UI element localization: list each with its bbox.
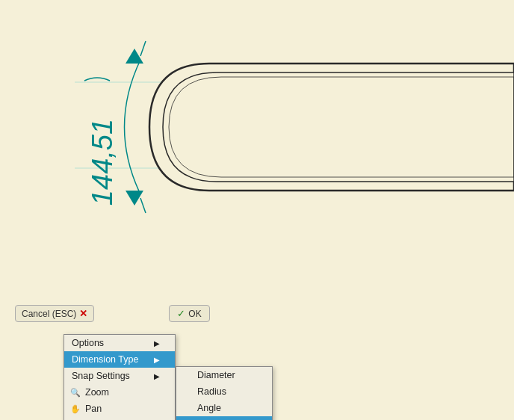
angle-label: Angle [197, 403, 221, 413]
menu-item-previous-view[interactable]: ↩ Previous View F5 [64, 417, 175, 420]
pan-label: Pan [85, 404, 102, 414]
cancel-button[interactable]: Cancel (ESC) ✕ [15, 305, 94, 322]
menu-item-options[interactable]: Options ▶ [64, 335, 175, 351]
cancel-x-icon: ✕ [79, 308, 87, 319]
submenu-item-radius[interactable]: Radius [176, 383, 272, 400]
drawing-canvas: 144,51 [0, 0, 514, 299]
ok-button[interactable]: ✓ OK [169, 305, 209, 322]
cancel-label: Cancel (ESC) [22, 309, 76, 319]
options-label: Options [72, 338, 104, 348]
dimension-type-arrow-icon: ▶ [154, 356, 160, 364]
pan-icon: ✋ [70, 404, 81, 414]
menu-item-dimension-type[interactable]: Dimension Type ▶ Diameter Radius Angle ✓… [64, 351, 175, 368]
ok-label: OK [188, 309, 201, 319]
svg-line-3 [140, 41, 146, 56]
snap-settings-label: Snap Settings [72, 371, 130, 381]
menu-item-snap-settings[interactable]: Snap Settings ▶ [64, 368, 175, 384]
submenu-item-arc-length[interactable]: ✓ Arc Length [176, 416, 272, 420]
submenu-item-angle[interactable]: Angle [176, 400, 272, 416]
menu-item-zoom[interactable]: 🔍 Zoom [64, 384, 175, 401]
menu-item-pan[interactable]: ✋ Pan [64, 401, 175, 417]
svg-text:144,51: 144,51 [87, 119, 118, 206]
radius-label: Radius [197, 386, 226, 397]
zoom-label: Zoom [85, 387, 109, 398]
dimension-type-submenu: Diameter Radius Angle ✓ Arc Length Chord… [176, 366, 273, 420]
dimension-type-label: Dimension Type [72, 354, 138, 365]
zoom-icon: 🔍 [70, 388, 81, 398]
submenu-item-diameter[interactable]: Diameter [176, 367, 272, 383]
drawing-svg: 144,51 [0, 0, 514, 299]
svg-line-5 [140, 198, 146, 213]
context-menu: Options ▶ Dimension Type ▶ Diameter Radi… [64, 334, 176, 420]
diameter-label: Diameter [197, 370, 235, 380]
ok-check-icon: ✓ [177, 308, 185, 319]
options-arrow-icon: ▶ [154, 339, 160, 348]
snap-settings-arrow-icon: ▶ [154, 372, 160, 380]
cancel-ok-bar: Cancel (ESC) ✕ ✓ OK [0, 299, 514, 328]
